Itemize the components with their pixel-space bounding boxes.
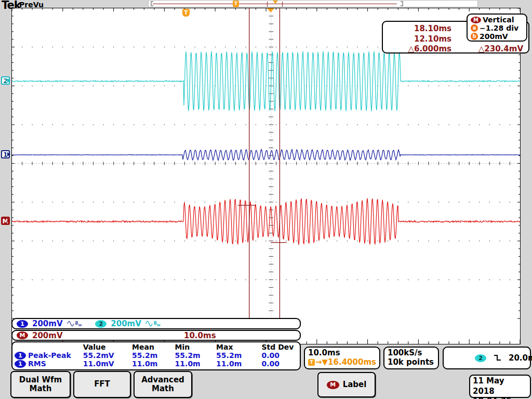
ch2-scale: 200mV [111, 319, 141, 328]
col-max: Max [216, 343, 261, 351]
ch1-scale: 200mV [32, 319, 63, 328]
col-min: Min [175, 343, 217, 351]
date-value: 11 May 2018 [473, 376, 527, 396]
math-badge: M [471, 17, 481, 23]
cursor-delta-voltage: △230.4mV [478, 44, 523, 54]
row2-value: 11.0mV [83, 360, 132, 368]
record-cursor-b [282, 2, 283, 7]
trigger-level-value: 20.0mV [509, 353, 532, 363]
row1-value: 55.2mV [83, 351, 132, 360]
record-expansion-icon [273, 1, 278, 4]
dual-wfm-math-button[interactable]: Dual Wfm Math [10, 371, 71, 398]
time-value: 18:04:35 [473, 396, 527, 399]
row1-std: 0.00 [262, 351, 298, 360]
trigger-source-badge: 2 [475, 354, 486, 362]
record-length: 10k points [388, 357, 435, 367]
channel-2-marker: 2 [1, 76, 10, 85]
math-vertical-box: MVertical a−1.28 div b200mV [467, 14, 527, 42]
cursor-a-time: 18.10ms [414, 24, 451, 33]
cursor-delta-time: △6.000ms [408, 44, 451, 54]
row1-max: 55.2m [216, 351, 261, 360]
oscilloscope-screen: { "header": { "logo": "Tek", "status": "… [0, 0, 532, 399]
math-bar-timebase: 10.0ms [184, 331, 216, 340]
horizontal-readout-box: 10.0ms T→▼16.4000ms [304, 347, 380, 369]
sample-rate: 100kS/s [388, 348, 435, 357]
col-mean: Mean [132, 343, 175, 351]
cursor-b-time: 12.10ms [414, 34, 451, 44]
col-stddev: Std Dev [262, 343, 298, 351]
multipurpose-b-icon: b [471, 33, 478, 40]
ch1-coupling-icon: BW [67, 321, 82, 327]
row2-min: 11.0m [175, 360, 217, 368]
row2-name: RMS [28, 360, 46, 368]
trigger-position-icon: T [182, 9, 190, 17]
table-row: 1RMS 11.0mV 11.0m 11.0m 11.0m 0.00 [15, 360, 298, 368]
label-button-text: Label [343, 380, 367, 389]
ch2-coupling-icon: BW [145, 321, 161, 327]
row1-mean: 55.2m [132, 351, 175, 360]
measurement-box: Value Mean Min Max Std Dev 1Peak-Peak 55… [11, 341, 301, 370]
trigger-t-icon: T [308, 359, 315, 366]
row2-mean: 11.0m [132, 360, 175, 368]
record-window-bracket-left-icon [151, 1, 153, 6]
ch2-badge: 2 [95, 320, 107, 328]
expansion-point-icon [267, 8, 274, 12]
advanced-math-button[interactable]: Advanced Math [134, 371, 192, 398]
acquisition-readout-box: 100kS/s 10k points [383, 347, 439, 369]
math-marker: M [1, 217, 10, 225]
record-view-strip: T [148, 0, 478, 7]
row2-source-badge: 1 [15, 360, 26, 368]
measurement-header-row: Value Mean Min Max Std Dev [15, 343, 298, 351]
multipurpose-a-icon: a [471, 24, 478, 32]
trigger-delay-value: →▼16.4000ms [315, 357, 376, 367]
row1-name: Peak-Peak [28, 351, 71, 360]
horizontal-scale: 10.0ms [308, 348, 376, 357]
record-trigger-icon: T [233, 1, 239, 7]
record-window-bracket-right-icon [401, 1, 403, 6]
math-scale-value: 200mV [480, 32, 508, 41]
ch1-badge: 1 [17, 320, 28, 328]
trigger-readout-box: 2 20.0mV [443, 347, 531, 369]
math-vertical-title: Vertical [483, 16, 514, 24]
row2-max: 11.0m [216, 360, 261, 368]
row1-min: 55.2m [175, 351, 217, 360]
record-cursor-a [267, 2, 268, 7]
label-button[interactable]: MLabel [317, 372, 376, 397]
fft-button[interactable]: FFT [73, 371, 131, 398]
math-scale-bar: M 200mV 10.0ms [11, 330, 301, 341]
math-bar-scale: 200mV [32, 331, 63, 340]
record-waveform-line [153, 4, 397, 4]
col-value: Value [83, 343, 132, 351]
plot-svg [12, 8, 520, 344]
channel-1-marker: 1 [1, 150, 10, 158]
math-position-value: −1.28 div [480, 24, 518, 32]
label-m-badge: M [327, 381, 339, 389]
math-bar-badge: M [17, 331, 28, 339]
table-row: 1Peak-Peak 55.2mV 55.2m 55.2m 55.2m 0.00 [15, 351, 298, 360]
falling-edge-icon [494, 353, 501, 363]
channel-scale-bar: 1 200mV BW 2 200mV BW [11, 318, 301, 329]
row1-source-badge: 1 [15, 352, 26, 360]
graticule-area [11, 8, 521, 344]
datetime-box: 11 May 2018 18:04:35 [469, 375, 531, 398]
row2-std: 0.00 [262, 360, 298, 368]
